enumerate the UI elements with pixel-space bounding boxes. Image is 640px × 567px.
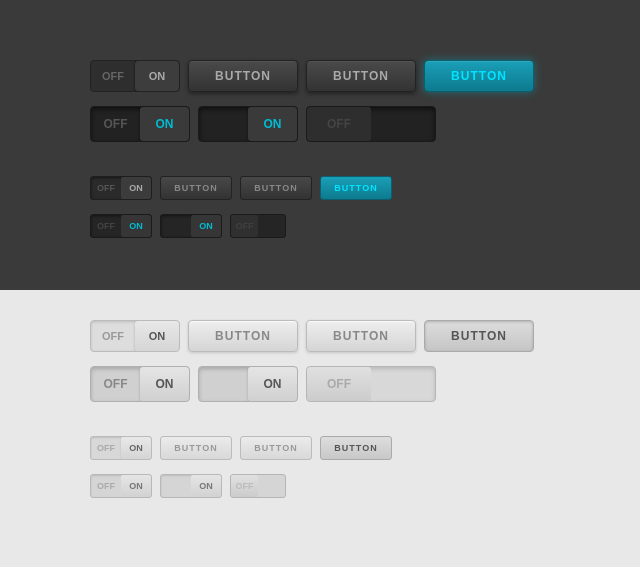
light-toggle-xl-off: OFF: [91, 367, 140, 401]
dark-toggle-sm2-1[interactable]: OFF ON: [90, 214, 152, 238]
light-btn3-lg-active[interactable]: BUTTON: [424, 320, 534, 352]
dark-btn1-sm[interactable]: BUTTON: [160, 176, 232, 200]
light-row2: OFF ON ON OFF: [90, 366, 436, 402]
dark-btn-on-xl[interactable]: ON: [198, 106, 298, 142]
light-btn-on-sm2-off: [161, 475, 191, 497]
dark-btn3-lg-active[interactable]: BUTTON: [424, 60, 534, 92]
light-btn-on-sm2-on: ON: [191, 475, 221, 497]
light-btn1-lg[interactable]: BUTTON: [188, 320, 298, 352]
dark-btn-off-sm2-on: [258, 215, 285, 237]
light-btn-on-xl-on: ON: [248, 367, 297, 401]
dark-toggle-sm2-on: ON: [121, 215, 151, 237]
light-btn-off-sm2-off: OFF: [231, 475, 258, 497]
dark-btn-on-sm2[interactable]: ON: [160, 214, 222, 238]
dark-btn1-lg[interactable]: BUTTON: [188, 60, 298, 92]
dark-toggle-off-label: OFF: [91, 61, 135, 91]
light-toggle-xl-on: ON: [140, 367, 189, 401]
dark-toggle-xl-off: OFF: [91, 107, 140, 141]
dark-btn3-sm-active[interactable]: BUTTON: [320, 176, 392, 200]
light-toggle-on-label: ON: [135, 321, 179, 351]
light-btn3-sm-active[interactable]: BUTTON: [320, 436, 392, 460]
dark-row1: OFF ON BUTTON BUTTON BUTTON: [90, 60, 534, 92]
light-toggle-sm2-off: OFF: [91, 475, 121, 497]
dark-btn-on-xl-off: [199, 107, 248, 141]
dark-toggle-sm-on: ON: [121, 177, 151, 199]
light-btn-on-xl-off: [199, 367, 248, 401]
dark-btn-off-xl-off: OFF: [307, 107, 371, 141]
light-toggle-sm2-1[interactable]: OFF ON: [90, 474, 152, 498]
light-toggle-off-label: OFF: [91, 321, 135, 351]
light-toggle-sm-on: ON: [121, 437, 151, 459]
dark-row2: OFF ON ON OFF: [90, 106, 436, 142]
light-btn2-lg[interactable]: BUTTON: [306, 320, 416, 352]
dark-btn2-sm[interactable]: BUTTON: [240, 176, 312, 200]
light-btn1-sm[interactable]: BUTTON: [160, 436, 232, 460]
dark-toggle-lg-1[interactable]: OFF ON: [90, 60, 180, 92]
dark-btn-off-sm2-off: OFF: [231, 215, 258, 237]
light-toggle-sm-1[interactable]: OFF ON: [90, 436, 152, 460]
light-toggle-lg-1[interactable]: OFF ON: [90, 320, 180, 352]
light-row4: OFF ON ON OFF: [90, 474, 286, 498]
dark-btn-on-sm2-on: ON: [191, 215, 221, 237]
light-btn-off-sm2[interactable]: OFF: [230, 474, 286, 498]
dark-btn-off-xl-on: [371, 107, 435, 141]
light-btn-on-xl[interactable]: ON: [198, 366, 298, 402]
light-btn2-sm[interactable]: BUTTON: [240, 436, 312, 460]
dark-section: OFF ON BUTTON BUTTON BUTTON OFF ON ON OF…: [0, 0, 640, 290]
light-btn-off-xl-on: [371, 367, 435, 401]
dark-btn-off-xl[interactable]: OFF: [306, 106, 436, 142]
light-toggle-sm2-on: ON: [121, 475, 151, 497]
dark-btn2-lg[interactable]: BUTTON: [306, 60, 416, 92]
light-btn-off-xl[interactable]: OFF: [306, 366, 436, 402]
light-toggle-sm-off: OFF: [91, 437, 121, 459]
light-row3: OFF ON BUTTON BUTTON BUTTON: [90, 436, 392, 460]
dark-row4: OFF ON ON OFF: [90, 214, 286, 238]
dark-toggle-sm-1[interactable]: OFF ON: [90, 176, 152, 200]
dark-toggle-sm-off: OFF: [91, 177, 121, 199]
dark-toggle-sm2-off: OFF: [91, 215, 121, 237]
dark-btn-off-sm2[interactable]: OFF: [230, 214, 286, 238]
dark-btn-on-xl-on: ON: [248, 107, 297, 141]
light-row1: OFF ON BUTTON BUTTON BUTTON: [90, 320, 534, 352]
light-btn-off-xl-off: OFF: [307, 367, 371, 401]
dark-toggle-on-label: ON: [135, 61, 179, 91]
light-section: OFF ON BUTTON BUTTON BUTTON OFF ON ON OF…: [0, 290, 640, 567]
dark-btn-on-sm2-off: [161, 215, 191, 237]
dark-toggle-xl-on: ON: [140, 107, 189, 141]
light-btn-on-sm2[interactable]: ON: [160, 474, 222, 498]
dark-toggle-xl-1[interactable]: OFF ON: [90, 106, 190, 142]
light-btn-off-sm2-on: [258, 475, 285, 497]
light-toggle-xl-1[interactable]: OFF ON: [90, 366, 190, 402]
dark-row3: OFF ON BUTTON BUTTON BUTTON: [90, 176, 392, 200]
